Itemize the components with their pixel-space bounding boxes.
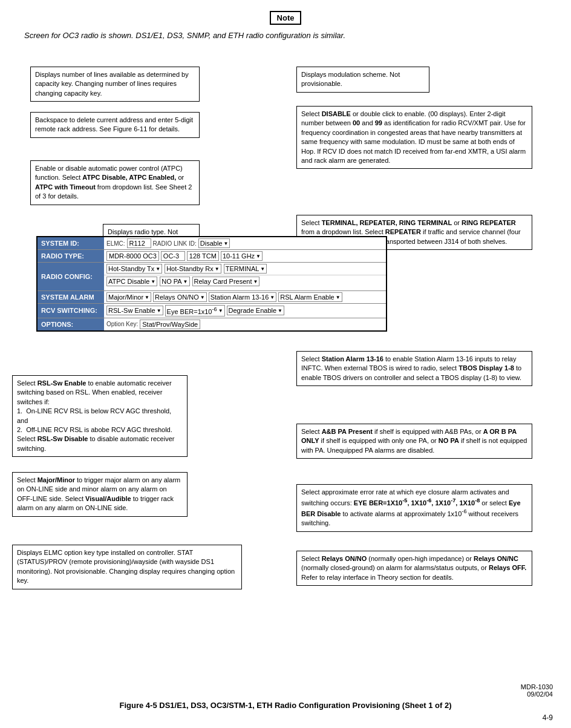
annotation-elmc-option: Displays ELMC option key type installed … (12, 545, 242, 589)
annotation-relays: Select Relays ON/NO (normally open-high … (296, 551, 532, 586)
terminal-dropdown[interactable]: TERMINAL ▼ (224, 264, 267, 274)
relays-onno-value: Relays ON/NO (155, 293, 199, 301)
eye-ber-value: Eye BER=1x10-6 (167, 306, 217, 315)
radio-freq-value: 10-11 GHz (223, 252, 255, 260)
radio-link-id-label: RADIO LINK ID: (153, 240, 197, 247)
annotation-eye-ber: Select approximate error rate at which e… (296, 484, 532, 532)
rcv-switching-label: RCV SWITCHING: (38, 304, 104, 318)
radio-type-data: MDR-8000 OC3 OC-3 128 TCM 10-11 GHz ▼ (104, 250, 386, 262)
rsl-alarm-dropdown[interactable]: RSL Alarm Enable ▼ (278, 292, 342, 302)
degrade-value: Degrade Enable (229, 307, 277, 314)
dropdown-arrow-mm: ▼ (145, 295, 149, 300)
rsl-sw-value: RSL-Sw Enable (108, 307, 155, 314)
relays-onno-dropdown[interactable]: Relays ON/NO ▼ (153, 292, 207, 302)
dropdown-arrow-atpc: ▼ (151, 279, 155, 284)
radio-tcm: 128 TCM (187, 251, 219, 261)
subtitle-text: Screen for OC3 radio is shown. DS1/E1, D… (24, 31, 345, 40)
system-id-label: SYSTEM ID: (38, 237, 104, 249)
radio-model: MDR-8000 OC3 (106, 251, 159, 261)
station-alarm-value: Station Alarm 13-16 (210, 293, 269, 301)
hot-standby-rx-dropdown[interactable]: Hot-Standby Rx ▼ (165, 264, 221, 274)
rcv-switching-data: RSL-Sw Enable ▼ Eye BER=1x10-6 ▼ Degrade… (104, 304, 386, 318)
hot-standby-tx-dropdown[interactable]: Hot-Standby Tx ▼ (106, 264, 162, 274)
radio-config-label: RADIO CONFIG: (38, 263, 104, 290)
atpc-value: ATPC Disable (108, 278, 149, 285)
annotation-station-alarm: Select Station Alarm 13-16 to enable Sta… (296, 351, 532, 386)
doc-ref: MDR-1030 09/02/04 (521, 683, 553, 698)
relay-card-dropdown[interactable]: Relay Card Present ▼ (192, 277, 260, 286)
major-minor-dropdown[interactable]: Major/Minor ▼ (106, 292, 151, 302)
radio-link-id-value: Disable (200, 240, 223, 247)
options-row: OPTIONS: Option Key: Stat/Prov/WaySide (38, 318, 386, 330)
pa-dropdown[interactable]: NO PA ▼ (160, 277, 189, 286)
system-alarm-data: Major/Minor ▼ Relays ON/NO ▼ Station Ala… (104, 291, 386, 303)
dropdown-arrow-terminal: ▼ (260, 266, 265, 272)
annotation-lines-available: Displays number of lines available as de… (30, 67, 200, 102)
options-label: OPTIONS: (38, 318, 104, 330)
annotation-ab-pa: Select A&B PA Present if shelf is equipp… (296, 424, 532, 459)
dropdown-arrow-freq: ▼ (256, 254, 261, 259)
subtitle: Screen for OC3 radio is shown. DS1/E1, D… (24, 30, 547, 42)
system-alarm-row: SYSTEM ALARM Major/Minor ▼ Relays ON/NO … (38, 291, 386, 304)
figure-caption: Figure 4-5 DS1/E1, DS3, OC3/STM-1, ETH R… (0, 701, 571, 710)
page-number: 4-9 (543, 713, 553, 722)
note-container: Note (0, 5, 571, 25)
rsl-alarm-value: RSL Alarm Enable (280, 293, 334, 301)
rsl-sw-dropdown[interactable]: RSL-Sw Enable ▼ (106, 306, 163, 315)
option-key-label: Option Key: (106, 321, 138, 327)
annotation-lines-text: Displays number of lines available as de… (35, 71, 189, 97)
radio-panel: SYSTEM ID: ELMC: R112 RADIO LINK ID: Dis… (36, 236, 387, 332)
radio-link-id-dropdown[interactable]: Disable ▼ (198, 238, 230, 248)
option-key-value: Stat/Prov/WaySide (140, 320, 200, 329)
dropdown-arrow-rsl-alarm: ▼ (336, 295, 341, 300)
annotation-rsl-sw: Select RSL-Sw Enable to enable automatic… (12, 375, 188, 457)
radio-type-row: RADIO TYPE: MDR-8000 OC3 OC-3 128 TCM 10… (38, 250, 386, 263)
figure-caption-text: Figure 4-5 DS1/E1, DS3, OC3/STM-1, ETH R… (120, 701, 452, 710)
dropdown-arrow-relay: ▼ (253, 279, 258, 284)
annotation-atpc: Enable or disable automatic power contro… (30, 160, 200, 205)
station-alarm-dropdown[interactable]: Station Alarm 13-16 ▼ (209, 292, 277, 302)
degrade-dropdown[interactable]: Degrade Enable ▼ (227, 306, 284, 315)
radio-config-row: RADIO CONFIG: Hot-Standby Tx ▼ Hot-Stand… (38, 263, 386, 291)
doc-ref-line2: 09/02/04 (521, 690, 553, 698)
hot-standby-rx-value: Hot-Standby Rx (166, 265, 214, 272)
hot-standby-tx-value: Hot-Standby Tx (108, 265, 154, 272)
system-id-data: ELMC: R112 RADIO LINK ID: Disable ▼ (104, 237, 386, 249)
dropdown-arrow-ber: ▼ (218, 308, 223, 313)
elmc-label: ELMC: (106, 240, 125, 247)
note-label: Note (270, 11, 302, 25)
rcv-switching-row: RCV SWITCHING: RSL-Sw Enable ▼ Eye BER=1… (38, 304, 386, 318)
annotation-major-minor: Select Major/Minor to trigger major alar… (12, 472, 188, 517)
dropdown-arrow-tx: ▼ (155, 266, 160, 272)
annotation-modulation-text: Displays modulation scheme. Not provisio… (301, 71, 400, 87)
elmc-value[interactable]: R112 (127, 238, 151, 248)
terminal-value: TERMINAL (226, 265, 259, 272)
annotation-backspace-text: Backspace to delete current address and … (35, 116, 193, 133)
annotation-modulation: Displays modulation scheme. Not provisio… (296, 67, 429, 93)
radio-standard: OC-3 (161, 251, 185, 261)
atpc-dropdown[interactable]: ATPC Disable ▼ (106, 277, 157, 286)
annotation-disable: Select DISABLE or double click to enable… (296, 106, 532, 169)
dropdown-arrow-relays: ▼ (200, 295, 205, 300)
dropdown-arrow-degrade: ▼ (278, 308, 282, 313)
radio-type-label: RADIO TYPE: (38, 250, 104, 262)
options-data: Option Key: Stat/Prov/WaySide (104, 318, 386, 330)
annotation-backspace: Backspace to delete current address and … (30, 112, 200, 138)
dropdown-arrow: ▼ (224, 241, 229, 246)
dropdown-arrow-rsl-sw: ▼ (157, 308, 162, 313)
dropdown-arrow-pa: ▼ (183, 279, 188, 284)
doc-ref-line1: MDR-1030 (521, 683, 553, 690)
dropdown-arrow-sa: ▼ (270, 295, 275, 300)
eye-ber-dropdown[interactable]: Eye BER=1x10-6 ▼ (165, 305, 225, 316)
system-id-row: SYSTEM ID: ELMC: R112 RADIO LINK ID: Dis… (38, 237, 386, 250)
relay-card-value: Relay Card Present (194, 278, 252, 285)
pa-value: NO PA (162, 278, 181, 285)
system-alarm-label: SYSTEM ALARM (38, 291, 104, 303)
major-minor-value: Major/Minor (108, 293, 143, 301)
radio-freq-dropdown[interactable]: 10-11 GHz ▼ (221, 251, 263, 261)
dropdown-arrow-rx: ▼ (215, 266, 220, 272)
